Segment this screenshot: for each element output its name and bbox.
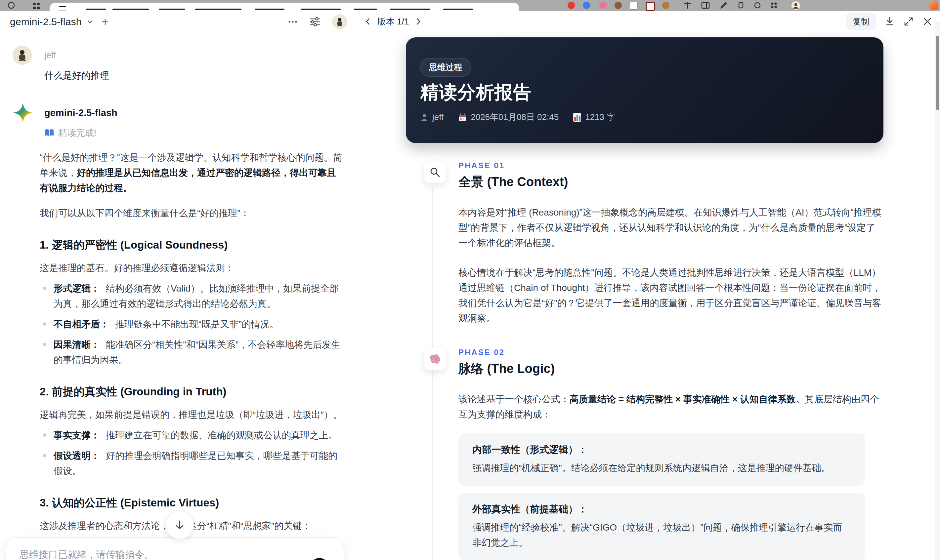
tab-grid-icon[interactable] xyxy=(32,2,41,9)
list-item: 不自相矛盾：推理链条中不能出现“既是又非”的情况。 xyxy=(40,317,343,332)
section-heading-1: 1. 逻辑的严密性 (Logical Soundness) xyxy=(40,237,343,252)
favicon-white[interactable] xyxy=(630,2,638,9)
calendar-icon xyxy=(458,113,467,122)
app-window: gemini-2.5-flash xyxy=(0,0,940,560)
assistant-status-text: 精读完成! xyxy=(58,127,97,139)
chart-icon xyxy=(573,113,581,122)
user-avatar[interactable] xyxy=(332,14,347,29)
split-view-icon[interactable] xyxy=(683,2,692,9)
logic-card-1: 内部一致性（形式逻辑）： 强调推理的“机械正确”。结论必须在给定的规则系统内逻辑… xyxy=(458,433,865,486)
version-prev-button[interactable] xyxy=(364,17,371,26)
phase-paragraph: 该论述基于一个核心公式：高质量结论 = 结构完整性 × 事实准确性 × 认知自律… xyxy=(458,392,883,422)
report-type-badge: 思维过程 xyxy=(421,58,471,77)
browser-profile-avatar[interactable] xyxy=(791,1,800,10)
gemini-star-icon xyxy=(12,103,33,123)
report-scroll-area[interactable]: 思维过程 精读分析报告 jeff 2026年01月08日 02:45 xyxy=(356,32,935,560)
section-lead-1: 这是推理的基石。好的推理必须遵循逻辑法则： xyxy=(40,260,343,276)
logic-card-2: 外部真实性（前提基础）： 强调推理的“经验校准”。解决“GIGO（垃圾进，垃圾出… xyxy=(458,493,865,560)
user-name: jeff xyxy=(44,50,56,60)
card-title: 内部一致性（形式逻辑）： xyxy=(472,443,851,457)
user-avatar xyxy=(12,46,32,65)
model-selector[interactable]: gemini-2.5-flash xyxy=(10,16,82,28)
report-meta: jeff 2026年01月08日 02:45 1213 字 xyxy=(421,111,615,123)
report-title: 精读分析报告 xyxy=(421,80,532,105)
assistant-message: gemini-2.5-flash 精读完成! “什么是好的推理？”这是一个涉及逻… xyxy=(12,103,346,560)
scroll-to-bottom-button[interactable] xyxy=(165,511,194,539)
sidebar-toggle-icon[interactable] xyxy=(701,2,710,9)
favicon-blue[interactable] xyxy=(583,2,590,9)
composer: 思维接口已就绪，请传输指令。 xyxy=(6,537,344,560)
report-header: 版本 1/1 复制 xyxy=(356,11,940,32)
report-scrollbar[interactable] xyxy=(935,22,940,560)
phase-section-1: PHASE 01 全景 (The Context) 本内容是对“推理 (Reas… xyxy=(424,161,888,326)
url-text-fragment xyxy=(159,9,185,10)
scrollbar-thumb[interactable] xyxy=(936,36,939,110)
favicon-brown[interactable] xyxy=(615,2,622,9)
edit-icon[interactable] xyxy=(720,2,728,9)
intro-paragraph: “什么是好的推理？”这是一个涉及逻辑学、认知科学和哲学核心的问题。简单来说，好的… xyxy=(40,150,343,196)
phase-section-2: PHASE 02 脉络 (The Logic) 该论述基于一个核心公式：高质量结… xyxy=(424,348,888,560)
url-text-fragment xyxy=(354,9,377,10)
version-label: 版本 1/1 xyxy=(378,16,409,28)
list-item: 事实支撑：推理建立在可靠的数据、准确的观测或公认的真理之上。 xyxy=(40,428,343,443)
url-text-fragment xyxy=(112,9,149,10)
chat-header: gemini-2.5-flash xyxy=(0,11,356,33)
download-button[interactable] xyxy=(885,17,894,26)
assistant-name: gemini-2.5-flash xyxy=(44,108,117,118)
browser-app-icon[interactable] xyxy=(929,2,938,10)
expand-icon[interactable] xyxy=(904,17,914,26)
report-hero-card: 思维过程 精读分析报告 jeff 2026年01月08日 02:45 xyxy=(406,37,883,143)
reload-icon[interactable] xyxy=(754,2,761,9)
url-text-fragment xyxy=(390,9,430,10)
phase-title: 全景 (The Context) xyxy=(458,174,888,191)
history-icon[interactable] xyxy=(7,2,15,9)
new-chat-button[interactable] xyxy=(101,17,109,26)
chat-scroll-area[interactable]: jeff 什么是好的推理 ge xyxy=(0,44,356,560)
book-icon xyxy=(44,129,54,137)
favicon-darkred[interactable] xyxy=(646,2,655,11)
phase-paragraph: 核心情境在于解决“思考的随意性”问题。不论是人类通过批判性思维进行决策，还是大语… xyxy=(458,265,883,326)
list-item: 形式逻辑：结构必须有效（Valid）。比如演绎推理中，如果前提全部为真，那么通过… xyxy=(40,281,343,311)
phase-label: PHASE 02 xyxy=(458,348,888,357)
report-panel: 版本 1/1 复制 思维过程 精读分析 xyxy=(356,11,940,560)
version-next-button[interactable] xyxy=(415,17,422,26)
url-text-fragment xyxy=(443,9,473,10)
brain-icon xyxy=(424,348,446,370)
menu-icon xyxy=(59,6,66,11)
favicon-pink[interactable] xyxy=(599,2,607,9)
assistant-body: “什么是好的推理？”这是一个涉及逻辑学、认知科学和哲学核心的问题。简单来说，好的… xyxy=(40,150,343,560)
download-tray-icon[interactable] xyxy=(737,2,745,9)
phase-label: PHASE 01 xyxy=(458,161,888,170)
assistant-status: 精读完成! xyxy=(44,127,346,139)
chevron-down-icon[interactable] xyxy=(86,18,94,25)
favicon-tan[interactable] xyxy=(662,2,669,9)
browser-tab[interactable] xyxy=(49,3,519,11)
card-body: 强调推理的“机械正确”。结论必须在给定的规则系统内逻辑自洽，这是推理的硬件基础。 xyxy=(472,460,851,476)
user-message-text: 什么是好的推理 xyxy=(44,69,346,82)
section-lead-2: 逻辑再完美，如果前提是错误的，推理也是垃圾（即“垃圾进，垃圾出”）。 xyxy=(40,407,343,423)
url-text-fragment xyxy=(255,9,284,10)
favicon-red[interactable] xyxy=(567,2,575,9)
composer-input[interactable]: 思维接口已就绪，请传输指令。 xyxy=(20,548,330,560)
browser-topbar xyxy=(0,0,940,11)
url-text-fragment xyxy=(301,9,341,10)
extensions-icon[interactable] xyxy=(769,2,778,9)
author-meta: jeff xyxy=(421,112,444,122)
close-icon[interactable] xyxy=(923,17,932,26)
arrow-down-icon xyxy=(174,519,186,531)
section-heading-2: 2. 前提的真实性 (Grounding in Truth) xyxy=(40,384,343,399)
date-meta: 2026年01月08日 02:45 xyxy=(458,111,559,123)
person-icon xyxy=(421,113,428,122)
sliders-icon[interactable] xyxy=(309,16,321,28)
section-heading-3: 3. 认知的公正性 (Epistemic Virtues) xyxy=(40,495,343,511)
list-item: 假设透明：好的推理会明确指明哪些是已知事实，哪些是基于可能的假设。 xyxy=(40,448,343,478)
word-count-meta: 1213 字 xyxy=(573,111,615,123)
url-text-fragment xyxy=(195,9,242,10)
logic-cards: 内部一致性（形式逻辑）： 强调推理的“机械正确”。结论必须在给定的规则系统内逻辑… xyxy=(458,433,888,560)
url-text-fragment xyxy=(86,9,106,10)
list-item: 因果清晰：能准确区分“相关性”和“因果关系”，不会轻率地将先后发生的事情归为因果… xyxy=(40,337,343,368)
phase-title: 脉络 (The Logic) xyxy=(458,360,888,377)
copy-button[interactable]: 复制 xyxy=(846,13,876,31)
card-title: 外部真实性（前提基础）： xyxy=(472,503,851,516)
more-options-icon[interactable] xyxy=(288,20,298,23)
